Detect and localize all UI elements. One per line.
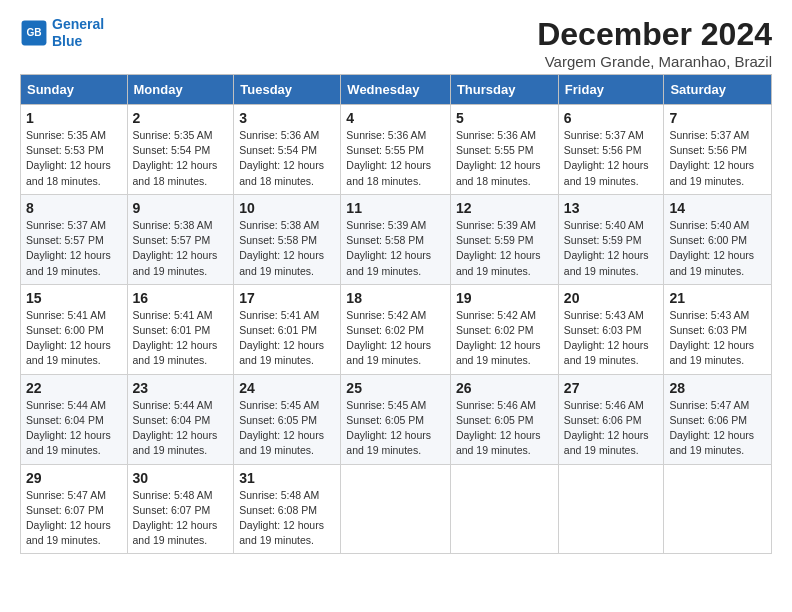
calendar-cell: 21Sunrise: 5:43 AM Sunset: 6:03 PM Dayli… <box>664 284 772 374</box>
calendar-cell: 1Sunrise: 5:35 AM Sunset: 5:53 PM Daylig… <box>21 105 128 195</box>
day-number: 17 <box>239 290 335 306</box>
day-info: Sunrise: 5:42 AM Sunset: 6:02 PM Dayligh… <box>346 308 445 369</box>
day-info: Sunrise: 5:36 AM Sunset: 5:55 PM Dayligh… <box>456 128 553 189</box>
logo-icon: GB <box>20 19 48 47</box>
header-cell-monday: Monday <box>127 75 234 105</box>
calendar-cell: 7Sunrise: 5:37 AM Sunset: 5:56 PM Daylig… <box>664 105 772 195</box>
calendar-cell: 26Sunrise: 5:46 AM Sunset: 6:05 PM Dayli… <box>450 374 558 464</box>
day-number: 11 <box>346 200 445 216</box>
calendar-cell: 29Sunrise: 5:47 AM Sunset: 6:07 PM Dayli… <box>21 464 128 554</box>
month-title: December 2024 <box>537 16 772 53</box>
calendar-week-row: 1Sunrise: 5:35 AM Sunset: 5:53 PM Daylig… <box>21 105 772 195</box>
calendar-cell <box>450 464 558 554</box>
day-info: Sunrise: 5:39 AM Sunset: 5:59 PM Dayligh… <box>456 218 553 279</box>
day-number: 30 <box>133 470 229 486</box>
calendar-cell: 23Sunrise: 5:44 AM Sunset: 6:04 PM Dayli… <box>127 374 234 464</box>
calendar-body: 1Sunrise: 5:35 AM Sunset: 5:53 PM Daylig… <box>21 105 772 554</box>
calendar-cell: 14Sunrise: 5:40 AM Sunset: 6:00 PM Dayli… <box>664 194 772 284</box>
day-number: 20 <box>564 290 659 306</box>
header-cell-friday: Friday <box>558 75 664 105</box>
day-number: 6 <box>564 110 659 126</box>
day-info: Sunrise: 5:41 AM Sunset: 6:01 PM Dayligh… <box>133 308 229 369</box>
calendar-week-row: 15Sunrise: 5:41 AM Sunset: 6:00 PM Dayli… <box>21 284 772 374</box>
calendar-cell: 9Sunrise: 5:38 AM Sunset: 5:57 PM Daylig… <box>127 194 234 284</box>
day-info: Sunrise: 5:47 AM Sunset: 6:06 PM Dayligh… <box>669 398 766 459</box>
day-number: 3 <box>239 110 335 126</box>
day-number: 22 <box>26 380 122 396</box>
calendar-cell: 10Sunrise: 5:38 AM Sunset: 5:58 PM Dayli… <box>234 194 341 284</box>
day-info: Sunrise: 5:40 AM Sunset: 5:59 PM Dayligh… <box>564 218 659 279</box>
day-number: 9 <box>133 200 229 216</box>
header-cell-sunday: Sunday <box>21 75 128 105</box>
calendar-cell: 25Sunrise: 5:45 AM Sunset: 6:05 PM Dayli… <box>341 374 451 464</box>
calendar-cell <box>664 464 772 554</box>
calendar-header-row: SundayMondayTuesdayWednesdayThursdayFrid… <box>21 75 772 105</box>
day-number: 16 <box>133 290 229 306</box>
title-block: December 2024 Vargem Grande, Maranhao, B… <box>537 16 772 70</box>
day-info: Sunrise: 5:35 AM Sunset: 5:53 PM Dayligh… <box>26 128 122 189</box>
calendar-cell: 15Sunrise: 5:41 AM Sunset: 6:00 PM Dayli… <box>21 284 128 374</box>
day-info: Sunrise: 5:41 AM Sunset: 6:01 PM Dayligh… <box>239 308 335 369</box>
day-number: 7 <box>669 110 766 126</box>
day-info: Sunrise: 5:37 AM Sunset: 5:56 PM Dayligh… <box>564 128 659 189</box>
day-number: 19 <box>456 290 553 306</box>
calendar-week-row: 22Sunrise: 5:44 AM Sunset: 6:04 PM Dayli… <box>21 374 772 464</box>
calendar-cell: 24Sunrise: 5:45 AM Sunset: 6:05 PM Dayli… <box>234 374 341 464</box>
day-number: 31 <box>239 470 335 486</box>
day-info: Sunrise: 5:40 AM Sunset: 6:00 PM Dayligh… <box>669 218 766 279</box>
day-info: Sunrise: 5:42 AM Sunset: 6:02 PM Dayligh… <box>456 308 553 369</box>
day-number: 10 <box>239 200 335 216</box>
day-info: Sunrise: 5:46 AM Sunset: 6:06 PM Dayligh… <box>564 398 659 459</box>
calendar-cell: 22Sunrise: 5:44 AM Sunset: 6:04 PM Dayli… <box>21 374 128 464</box>
calendar-cell: 28Sunrise: 5:47 AM Sunset: 6:06 PM Dayli… <box>664 374 772 464</box>
calendar-cell: 6Sunrise: 5:37 AM Sunset: 5:56 PM Daylig… <box>558 105 664 195</box>
day-number: 14 <box>669 200 766 216</box>
header-cell-saturday: Saturday <box>664 75 772 105</box>
day-number: 18 <box>346 290 445 306</box>
calendar-week-row: 29Sunrise: 5:47 AM Sunset: 6:07 PM Dayli… <box>21 464 772 554</box>
calendar-cell: 12Sunrise: 5:39 AM Sunset: 5:59 PM Dayli… <box>450 194 558 284</box>
day-info: Sunrise: 5:38 AM Sunset: 5:58 PM Dayligh… <box>239 218 335 279</box>
day-info: Sunrise: 5:36 AM Sunset: 5:54 PM Dayligh… <box>239 128 335 189</box>
day-number: 28 <box>669 380 766 396</box>
calendar-cell: 8Sunrise: 5:37 AM Sunset: 5:57 PM Daylig… <box>21 194 128 284</box>
day-number: 25 <box>346 380 445 396</box>
day-number: 13 <box>564 200 659 216</box>
day-info: Sunrise: 5:46 AM Sunset: 6:05 PM Dayligh… <box>456 398 553 459</box>
day-info: Sunrise: 5:48 AM Sunset: 6:08 PM Dayligh… <box>239 488 335 549</box>
day-info: Sunrise: 5:39 AM Sunset: 5:58 PM Dayligh… <box>346 218 445 279</box>
calendar-cell: 20Sunrise: 5:43 AM Sunset: 6:03 PM Dayli… <box>558 284 664 374</box>
location-subtitle: Vargem Grande, Maranhao, Brazil <box>537 53 772 70</box>
calendar-cell <box>558 464 664 554</box>
day-info: Sunrise: 5:36 AM Sunset: 5:55 PM Dayligh… <box>346 128 445 189</box>
day-info: Sunrise: 5:45 AM Sunset: 6:05 PM Dayligh… <box>239 398 335 459</box>
day-number: 4 <box>346 110 445 126</box>
header-cell-thursday: Thursday <box>450 75 558 105</box>
day-number: 21 <box>669 290 766 306</box>
calendar-cell: 27Sunrise: 5:46 AM Sunset: 6:06 PM Dayli… <box>558 374 664 464</box>
day-info: Sunrise: 5:47 AM Sunset: 6:07 PM Dayligh… <box>26 488 122 549</box>
logo-text: General Blue <box>52 16 104 50</box>
calendar-cell: 5Sunrise: 5:36 AM Sunset: 5:55 PM Daylig… <box>450 105 558 195</box>
day-info: Sunrise: 5:45 AM Sunset: 6:05 PM Dayligh… <box>346 398 445 459</box>
calendar-cell <box>341 464 451 554</box>
header-cell-tuesday: Tuesday <box>234 75 341 105</box>
day-info: Sunrise: 5:44 AM Sunset: 6:04 PM Dayligh… <box>26 398 122 459</box>
calendar-cell: 18Sunrise: 5:42 AM Sunset: 6:02 PM Dayli… <box>341 284 451 374</box>
calendar-cell: 2Sunrise: 5:35 AM Sunset: 5:54 PM Daylig… <box>127 105 234 195</box>
calendar-cell: 31Sunrise: 5:48 AM Sunset: 6:08 PM Dayli… <box>234 464 341 554</box>
logo: GB General Blue <box>20 16 104 50</box>
calendar-cell: 13Sunrise: 5:40 AM Sunset: 5:59 PM Dayli… <box>558 194 664 284</box>
day-number: 23 <box>133 380 229 396</box>
day-info: Sunrise: 5:43 AM Sunset: 6:03 PM Dayligh… <box>564 308 659 369</box>
header-cell-wednesday: Wednesday <box>341 75 451 105</box>
day-number: 1 <box>26 110 122 126</box>
day-info: Sunrise: 5:48 AM Sunset: 6:07 PM Dayligh… <box>133 488 229 549</box>
calendar-table: SundayMondayTuesdayWednesdayThursdayFrid… <box>20 74 772 554</box>
calendar-week-row: 8Sunrise: 5:37 AM Sunset: 5:57 PM Daylig… <box>21 194 772 284</box>
calendar-cell: 3Sunrise: 5:36 AM Sunset: 5:54 PM Daylig… <box>234 105 341 195</box>
calendar-cell: 17Sunrise: 5:41 AM Sunset: 6:01 PM Dayli… <box>234 284 341 374</box>
calendar-cell: 19Sunrise: 5:42 AM Sunset: 6:02 PM Dayli… <box>450 284 558 374</box>
calendar-cell: 16Sunrise: 5:41 AM Sunset: 6:01 PM Dayli… <box>127 284 234 374</box>
day-number: 26 <box>456 380 553 396</box>
